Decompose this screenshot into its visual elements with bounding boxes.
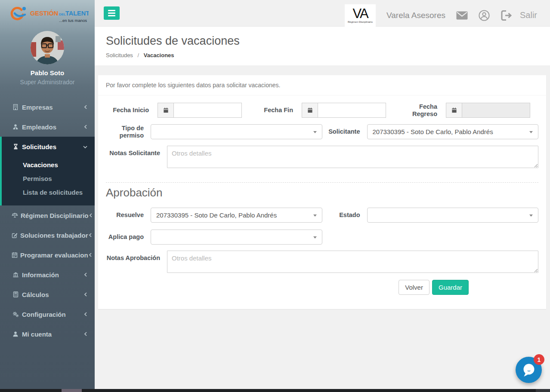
sidebar-item-label: Cálculos: [22, 291, 83, 298]
resuelve-select[interactable]: 207330395 - Soto De Carlo, Pablo Andrés: [151, 208, 322, 223]
app-logo: GESTIÓN DEL TALENTO ...en tus manos: [0, 0, 95, 28]
user-name: Pablo Soto: [0, 69, 95, 77]
sidebar-item-label: Empleados: [22, 123, 83, 131]
sidebar-subitem-permisos[interactable]: Permisos: [2, 172, 95, 186]
tipo-permiso-select[interactable]: [151, 124, 322, 139]
notas-aprobacion-textarea[interactable]: [167, 251, 538, 273]
volver-button[interactable]: Volver: [399, 280, 429, 295]
breadcrumb-separator: /: [138, 52, 139, 58]
chat-widget-button[interactable]: 1: [516, 357, 542, 383]
aplica-pago-select[interactable]: [151, 230, 322, 245]
sidebar-item-regimen-disciplinario[interactable]: Régimen Disciplinario: [0, 205, 95, 225]
sidebar-item-calculos[interactable]: Cálculos: [0, 285, 95, 304]
sidebar-nav: Empresas Empleados Solicitudes Vacacione…: [0, 97, 95, 344]
calendar-addon-icon: [446, 103, 462, 118]
sidebar: GESTIÓN DEL TALENTO ...en tus manos: [0, 0, 95, 392]
chevron-left-icon: [83, 104, 88, 111]
fecha-inicio-label: Fecha Inicio: [106, 107, 158, 114]
sidebar-subitem-vacaciones[interactable]: Vacaciones: [2, 158, 95, 172]
sidebar-item-label: Empresas: [22, 104, 83, 111]
logo-swirl-icon: [12, 7, 26, 19]
fecha-fin-input[interactable]: [318, 103, 386, 118]
sidebar-item-label: Soluciones trabajador: [20, 232, 88, 239]
avatar: [31, 31, 64, 64]
company-logo: VA Régimen Disciplinario: [345, 4, 376, 27]
chat-unread-badge: 1: [534, 354, 544, 365]
sidebar-toggle-button[interactable]: [104, 6, 120, 20]
resuelve-label: Resuelve: [106, 211, 151, 219]
logo-tagline: ...en tus manos: [59, 18, 87, 23]
sidebar-item-solicitudes[interactable]: Solicitudes: [2, 137, 95, 156]
notas-solicitante-textarea[interactable]: [167, 146, 538, 168]
user-icon: [12, 331, 19, 337]
sidebar-item-label: Solicitudes: [22, 143, 83, 150]
sidebar-item-configuracion[interactable]: Configuración: [0, 304, 95, 324]
sidebar-item-label: Régimen Disciplinario: [21, 212, 89, 219]
chevron-down-icon: [83, 143, 88, 150]
chevron-left-icon: [83, 311, 88, 318]
hourglass-icon: [12, 144, 19, 150]
solicitante-select[interactable]: 207330395 - Soto De Carlo, Pablo Andrés: [367, 124, 539, 139]
page-header: Solicitudes de vacaciones Solicitudes / …: [95, 27, 550, 65]
taskbar-strip: [0, 389, 550, 392]
calendar-icon: [12, 252, 18, 258]
sidebar-item-mi-cuenta[interactable]: Mi cuenta: [0, 324, 95, 344]
page-title: Solicitudes de vacaciones: [106, 34, 539, 48]
logout-link[interactable]: Salir: [520, 10, 537, 20]
chat-bubble-icon: [520, 361, 538, 379]
logo-text-del: DEL: [59, 12, 66, 16]
breadcrumb-solicitudes[interactable]: Solicitudes: [106, 52, 133, 58]
estado-select[interactable]: [367, 208, 539, 223]
chevron-left-icon: [88, 251, 93, 259]
approval-section-title: Aprobación: [106, 186, 538, 199]
solicitante-label: Solicitante: [322, 128, 367, 135]
notas-solicitante-label: Notas Solicitante: [106, 150, 167, 157]
sidebar-group-solicitudes: Solicitudes Vacaciones Permisos Lista de…: [0, 137, 95, 205]
solicitudes-submenu: Vacaciones Permisos Lista de solicitudes: [2, 156, 95, 205]
sidebar-item-label: Mi cuenta: [22, 331, 83, 338]
breadcrumb-vacaciones: Vacaciones: [144, 52, 174, 58]
building-icon: [12, 104, 19, 110]
employee-icon: [12, 124, 19, 130]
chevron-left-icon: [83, 123, 88, 131]
tipo-permiso-label: Tipo de permiso: [106, 125, 151, 139]
chevron-left-icon: [83, 331, 88, 338]
section-divider: [106, 182, 538, 183]
bank-icon: [12, 272, 19, 278]
user-circle-icon[interactable]: [479, 10, 490, 21]
logo-text-gestion: GESTIÓN: [30, 9, 58, 17]
sidebar-subitem-lista-solicitudes[interactable]: Lista de solicitudes: [2, 186, 95, 199]
user-role: Super Administrador: [0, 79, 95, 86]
form-intro-text: Por favor complete los siguientes datos …: [98, 75, 546, 95]
sidebar-item-soluciones-trabajador[interactable]: Soluciones trabajador: [0, 225, 95, 245]
chevron-left-icon: [83, 291, 88, 298]
sidebar-item-informacion[interactable]: Información: [0, 265, 95, 285]
sidebar-item-programar-evaluacion[interactable]: Programar evaluacion: [0, 245, 95, 265]
sidebar-item-empleados[interactable]: Empleados: [0, 117, 95, 137]
topbar: VA Régimen Disciplinario Varela Asesores…: [95, 0, 550, 27]
hamburger-icon: [108, 10, 115, 11]
balance-scale-icon: [12, 212, 18, 218]
chevron-left-icon: [83, 271, 88, 279]
calendar-addon-icon: [302, 103, 318, 118]
mail-icon[interactable]: [456, 11, 468, 20]
fecha-fin-label: Fecha Fin: [250, 107, 302, 114]
gears-icon: [12, 311, 19, 317]
sidebar-item-empresas[interactable]: Empresas: [0, 97, 95, 117]
logo-text-talento: TALENTO: [65, 10, 89, 17]
aplica-pago-label: Aplica pago: [106, 233, 151, 241]
estado-label: Estado: [322, 211, 367, 219]
sidebar-item-label: Programar evaluacion: [20, 251, 88, 259]
calendar-addon-icon: [158, 103, 173, 118]
fecha-regreso-label: Fecha Regreso: [394, 103, 446, 118]
guardar-button[interactable]: Guardar: [432, 280, 469, 295]
company-initials: VA: [353, 7, 368, 20]
notas-aprobacion-label: Notas Aprobación: [106, 254, 167, 262]
chevron-left-icon: [88, 232, 93, 239]
fecha-regreso-input: [462, 103, 530, 118]
company-name: Varela Asesores: [386, 11, 445, 20]
sign-out-icon[interactable]: [501, 10, 513, 21]
taskbar-segment: [536, 389, 550, 392]
edit-icon: [12, 232, 18, 238]
fecha-inicio-input[interactable]: [173, 103, 242, 118]
